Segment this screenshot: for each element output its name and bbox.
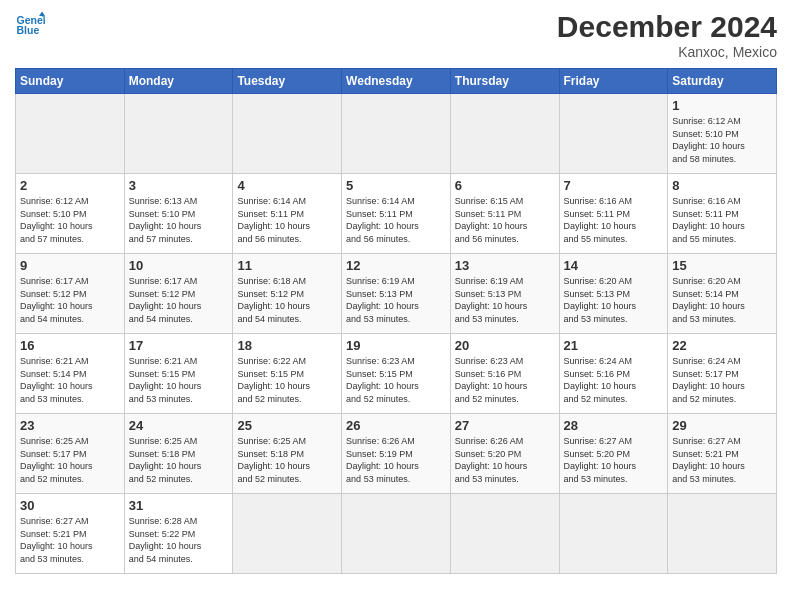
svg-text:Blue: Blue — [17, 24, 40, 36]
day-number: 2 — [20, 178, 120, 193]
day-info: Sunrise: 6:13 AM Sunset: 5:10 PM Dayligh… — [129, 195, 229, 245]
day-info: Sunrise: 6:27 AM Sunset: 5:20 PM Dayligh… — [564, 435, 664, 485]
day-number: 14 — [564, 258, 664, 273]
calendar-cell — [16, 94, 125, 174]
day-info: Sunrise: 6:26 AM Sunset: 5:19 PM Dayligh… — [346, 435, 446, 485]
col-wednesday: Wednesday — [342, 69, 451, 94]
calendar-cell: 14Sunrise: 6:20 AM Sunset: 5:13 PM Dayli… — [559, 254, 668, 334]
day-info: Sunrise: 6:20 AM Sunset: 5:14 PM Dayligh… — [672, 275, 772, 325]
col-monday: Monday — [124, 69, 233, 94]
day-info: Sunrise: 6:25 AM Sunset: 5:18 PM Dayligh… — [129, 435, 229, 485]
calendar-cell: 18Sunrise: 6:22 AM Sunset: 5:15 PM Dayli… — [233, 334, 342, 414]
day-info: Sunrise: 6:21 AM Sunset: 5:14 PM Dayligh… — [20, 355, 120, 405]
day-number: 25 — [237, 418, 337, 433]
day-info: Sunrise: 6:23 AM Sunset: 5:15 PM Dayligh… — [346, 355, 446, 405]
calendar-cell — [668, 494, 777, 574]
col-thursday: Thursday — [450, 69, 559, 94]
calendar-cell: 21Sunrise: 6:24 AM Sunset: 5:16 PM Dayli… — [559, 334, 668, 414]
calendar-cell: 26Sunrise: 6:26 AM Sunset: 5:19 PM Dayli… — [342, 414, 451, 494]
day-number: 6 — [455, 178, 555, 193]
day-number: 1 — [672, 98, 772, 113]
day-info: Sunrise: 6:15 AM Sunset: 5:11 PM Dayligh… — [455, 195, 555, 245]
day-info: Sunrise: 6:27 AM Sunset: 5:21 PM Dayligh… — [20, 515, 120, 565]
day-info: Sunrise: 6:24 AM Sunset: 5:17 PM Dayligh… — [672, 355, 772, 405]
day-number: 9 — [20, 258, 120, 273]
calendar-week-1: 1Sunrise: 6:12 AM Sunset: 5:10 PM Daylig… — [16, 94, 777, 174]
col-sunday: Sunday — [16, 69, 125, 94]
day-info: Sunrise: 6:28 AM Sunset: 5:22 PM Dayligh… — [129, 515, 229, 565]
day-number: 11 — [237, 258, 337, 273]
day-number: 26 — [346, 418, 446, 433]
day-info: Sunrise: 6:14 AM Sunset: 5:11 PM Dayligh… — [346, 195, 446, 245]
calendar-cell — [342, 94, 451, 174]
calendar-cell: 7Sunrise: 6:16 AM Sunset: 5:11 PM Daylig… — [559, 174, 668, 254]
day-number: 21 — [564, 338, 664, 353]
calendar-cell: 31Sunrise: 6:28 AM Sunset: 5:22 PM Dayli… — [124, 494, 233, 574]
calendar-cell: 19Sunrise: 6:23 AM Sunset: 5:15 PM Dayli… — [342, 334, 451, 414]
calendar-week-6: 30Sunrise: 6:27 AM Sunset: 5:21 PM Dayli… — [16, 494, 777, 574]
calendar-cell: 27Sunrise: 6:26 AM Sunset: 5:20 PM Dayli… — [450, 414, 559, 494]
calendar-cell: 4Sunrise: 6:14 AM Sunset: 5:11 PM Daylig… — [233, 174, 342, 254]
calendar-cell: 20Sunrise: 6:23 AM Sunset: 5:16 PM Dayli… — [450, 334, 559, 414]
day-info: Sunrise: 6:12 AM Sunset: 5:10 PM Dayligh… — [20, 195, 120, 245]
title-block: December 2024 Kanxoc, Mexico — [557, 10, 777, 60]
day-number: 27 — [455, 418, 555, 433]
calendar-cell: 10Sunrise: 6:17 AM Sunset: 5:12 PM Dayli… — [124, 254, 233, 334]
day-number: 20 — [455, 338, 555, 353]
day-number: 22 — [672, 338, 772, 353]
calendar-week-5: 23Sunrise: 6:25 AM Sunset: 5:17 PM Dayli… — [16, 414, 777, 494]
calendar-cell: 28Sunrise: 6:27 AM Sunset: 5:20 PM Dayli… — [559, 414, 668, 494]
day-number: 10 — [129, 258, 229, 273]
calendar-cell — [450, 494, 559, 574]
calendar-cell — [559, 494, 668, 574]
day-info: Sunrise: 6:20 AM Sunset: 5:13 PM Dayligh… — [564, 275, 664, 325]
day-info: Sunrise: 6:25 AM Sunset: 5:18 PM Dayligh… — [237, 435, 337, 485]
day-number: 24 — [129, 418, 229, 433]
logo-icon: General Blue — [15, 10, 45, 40]
calendar-body: 1Sunrise: 6:12 AM Sunset: 5:10 PM Daylig… — [16, 94, 777, 574]
header-row: Sunday Monday Tuesday Wednesday Thursday… — [16, 69, 777, 94]
calendar-week-2: 2Sunrise: 6:12 AM Sunset: 5:10 PM Daylig… — [16, 174, 777, 254]
day-info: Sunrise: 6:25 AM Sunset: 5:17 PM Dayligh… — [20, 435, 120, 485]
day-info: Sunrise: 6:24 AM Sunset: 5:16 PM Dayligh… — [564, 355, 664, 405]
calendar-cell: 2Sunrise: 6:12 AM Sunset: 5:10 PM Daylig… — [16, 174, 125, 254]
day-number: 31 — [129, 498, 229, 513]
calendar-cell: 17Sunrise: 6:21 AM Sunset: 5:15 PM Dayli… — [124, 334, 233, 414]
day-number: 30 — [20, 498, 120, 513]
day-number: 19 — [346, 338, 446, 353]
day-number: 3 — [129, 178, 229, 193]
header: General Blue December 2024 Kanxoc, Mexic… — [15, 10, 777, 60]
calendar-week-4: 16Sunrise: 6:21 AM Sunset: 5:14 PM Dayli… — [16, 334, 777, 414]
day-info: Sunrise: 6:17 AM Sunset: 5:12 PM Dayligh… — [20, 275, 120, 325]
calendar-container: General Blue December 2024 Kanxoc, Mexic… — [0, 0, 792, 584]
day-info: Sunrise: 6:14 AM Sunset: 5:11 PM Dayligh… — [237, 195, 337, 245]
calendar-cell: 16Sunrise: 6:21 AM Sunset: 5:14 PM Dayli… — [16, 334, 125, 414]
calendar-cell — [233, 494, 342, 574]
day-info: Sunrise: 6:23 AM Sunset: 5:16 PM Dayligh… — [455, 355, 555, 405]
calendar-cell: 22Sunrise: 6:24 AM Sunset: 5:17 PM Dayli… — [668, 334, 777, 414]
day-info: Sunrise: 6:27 AM Sunset: 5:21 PM Dayligh… — [672, 435, 772, 485]
calendar-cell — [342, 494, 451, 574]
calendar-table: Sunday Monday Tuesday Wednesday Thursday… — [15, 68, 777, 574]
day-number: 29 — [672, 418, 772, 433]
calendar-cell — [559, 94, 668, 174]
day-number: 4 — [237, 178, 337, 193]
calendar-cell: 13Sunrise: 6:19 AM Sunset: 5:13 PM Dayli… — [450, 254, 559, 334]
calendar-cell: 15Sunrise: 6:20 AM Sunset: 5:14 PM Dayli… — [668, 254, 777, 334]
logo: General Blue — [15, 10, 47, 40]
day-number: 17 — [129, 338, 229, 353]
day-number: 18 — [237, 338, 337, 353]
calendar-cell — [124, 94, 233, 174]
calendar-cell: 1Sunrise: 6:12 AM Sunset: 5:10 PM Daylig… — [668, 94, 777, 174]
calendar-week-3: 9Sunrise: 6:17 AM Sunset: 5:12 PM Daylig… — [16, 254, 777, 334]
day-number: 28 — [564, 418, 664, 433]
day-info: Sunrise: 6:19 AM Sunset: 5:13 PM Dayligh… — [455, 275, 555, 325]
calendar-cell: 11Sunrise: 6:18 AM Sunset: 5:12 PM Dayli… — [233, 254, 342, 334]
day-info: Sunrise: 6:16 AM Sunset: 5:11 PM Dayligh… — [672, 195, 772, 245]
calendar-cell: 29Sunrise: 6:27 AM Sunset: 5:21 PM Dayli… — [668, 414, 777, 494]
day-info: Sunrise: 6:12 AM Sunset: 5:10 PM Dayligh… — [672, 115, 772, 165]
day-number: 12 — [346, 258, 446, 273]
day-number: 13 — [455, 258, 555, 273]
calendar-cell: 5Sunrise: 6:14 AM Sunset: 5:11 PM Daylig… — [342, 174, 451, 254]
day-number: 7 — [564, 178, 664, 193]
